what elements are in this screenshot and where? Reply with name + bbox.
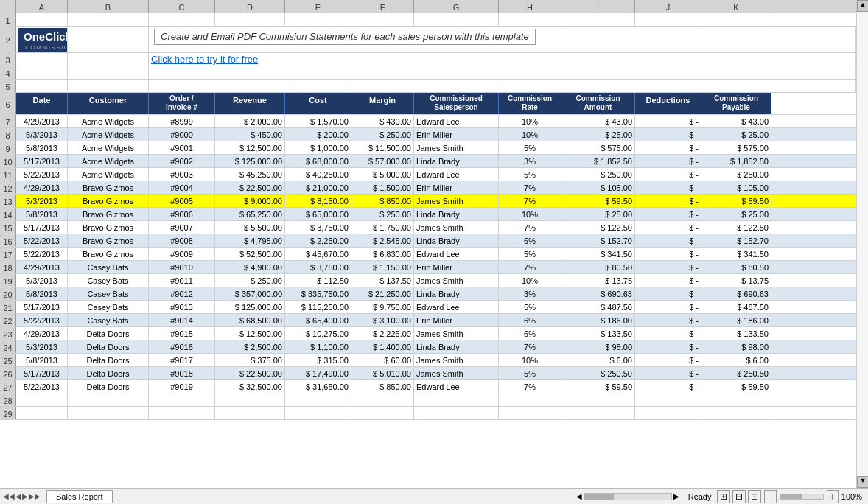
app: A B C D E F G H I J K 1 bbox=[0, 0, 868, 504]
nav-first-arrow[interactable]: ◀◀ bbox=[3, 492, 15, 500]
cell-deductions-25: $ - bbox=[635, 354, 701, 366]
cell-cost-22: $ 65,400.00 bbox=[285, 314, 351, 326]
cell-margin-11: $ 5,000.00 bbox=[351, 168, 414, 181]
cell-date-21: 5/17/2013 bbox=[16, 301, 68, 313]
cell-rev-11: $ 45,250.00 bbox=[215, 168, 285, 181]
normal-view-btn[interactable]: ⊞ bbox=[717, 490, 730, 503]
scroll-left-icon[interactable]: ◀ bbox=[576, 492, 582, 500]
rownum-10: 10 bbox=[0, 155, 16, 167]
col-header-f: F bbox=[351, 0, 414, 13]
cell-commission-14: $ 25.00 bbox=[561, 208, 635, 220]
cell-payable-23: $ 133.50 bbox=[701, 327, 771, 340]
cell-rev-26: $ 22,500.00 bbox=[215, 367, 285, 379]
cell-payable-14: $ 25.00 bbox=[701, 208, 771, 220]
cell-customer-11: Acme Widgets bbox=[68, 168, 149, 181]
cell-deductions-23: $ - bbox=[635, 327, 701, 340]
tab-sales-report[interactable]: Sales Report bbox=[46, 490, 113, 503]
rownum-15: 15 bbox=[0, 221, 16, 234]
zoom-out-btn[interactable]: − bbox=[764, 490, 776, 503]
cell-deductions-10: $ - bbox=[635, 155, 701, 167]
cell-rev-9: $ 12,500.00 bbox=[215, 141, 285, 154]
cell-logo: OneClick► COMMISSIONS bbox=[16, 27, 68, 52]
page-layout-btn[interactable]: ⊟ bbox=[732, 490, 746, 503]
cell-deductions-22: $ - bbox=[635, 314, 701, 326]
cell-deductions-14: $ - bbox=[635, 208, 701, 220]
col-header-e: E bbox=[285, 0, 351, 13]
cell-rev-24: $ 2,500.00 bbox=[215, 340, 285, 353]
cell-cost-12: $ 21,000.00 bbox=[285, 181, 351, 194]
cell-commission-25: $ 6.00 bbox=[561, 354, 635, 366]
cell-payable-19: $ 13.75 bbox=[701, 274, 771, 287]
col-header-revenue: Revenue bbox=[215, 93, 285, 114]
cell-commission-26: $ 250.50 bbox=[561, 367, 635, 379]
cell-date-16: 5/22/2013 bbox=[16, 234, 68, 247]
page-break-btn[interactable]: ⊡ bbox=[748, 490, 761, 503]
cell-invoice-22: #9014 bbox=[149, 314, 215, 326]
cell-customer-19: Casey Bats bbox=[68, 274, 149, 287]
bottom-bar: ◀◀ ◀ ▶ ▶▶ Sales Report ◀ ▶ Ready ⊞ ⊟ ⊡ − bbox=[0, 488, 868, 504]
cell-invoice-26: #9018 bbox=[149, 367, 215, 379]
cell-customer-26: Delta Doors bbox=[68, 367, 149, 379]
cell-b1 bbox=[68, 13, 149, 26]
rownum-23: 23 bbox=[0, 327, 16, 340]
cell-rate-11: 5% bbox=[499, 168, 561, 181]
cell-rate-26: 5% bbox=[499, 367, 561, 379]
vertical-scrollbar[interactable]: ▲ ▼ bbox=[856, 0, 868, 488]
nav-prev-arrow[interactable]: ◀ bbox=[15, 492, 21, 500]
cell-margin-8: $ 250.00 bbox=[351, 128, 414, 141]
cell-cost-9: $ 1,000.00 bbox=[285, 141, 351, 154]
cell-customer-13: Bravo Gizmos bbox=[68, 195, 149, 207]
cell-rev-10: $ 125,000.00 bbox=[215, 155, 285, 167]
rownum-9: 9 bbox=[0, 141, 16, 154]
rownum-4: 4 bbox=[0, 66, 16, 79]
cell-date-11: 5/22/2013 bbox=[16, 168, 68, 181]
try-free-link[interactable]: Click here to try it for free bbox=[151, 54, 258, 65]
col-header-deductions: Deductions bbox=[635, 93, 701, 114]
cell-commission-9: $ 575.00 bbox=[561, 141, 635, 154]
cell-salesperson-8: Erin Miller bbox=[414, 128, 499, 141]
nav-last-arrow[interactable]: ▶▶ bbox=[29, 492, 41, 500]
cell-a1 bbox=[16, 13, 68, 26]
grid-main: A B C D E F G H I J K 1 bbox=[0, 0, 856, 488]
cell-margin-19: $ 137.50 bbox=[351, 274, 414, 287]
rownum-6: 6 bbox=[0, 93, 16, 114]
row-15: 15 5/17/2013 Bravo Gizmos #9007 $ 5,500.… bbox=[0, 221, 856, 234]
cell-payable-17: $ 341.50 bbox=[701, 248, 771, 260]
cell-deductions-27: $ - bbox=[635, 380, 701, 393]
cell-payable-22: $ 186.00 bbox=[701, 314, 771, 326]
cell-payable-9: $ 575.00 bbox=[701, 141, 771, 154]
cell-commission-23: $ 133.50 bbox=[561, 327, 635, 340]
cell-payable-15: $ 122.50 bbox=[701, 221, 771, 234]
cell-salesperson-17: Edward Lee bbox=[414, 248, 499, 260]
cell-link[interactable]: Click here to try it for free bbox=[149, 53, 856, 66]
nav-next-arrow[interactable]: ▶ bbox=[22, 492, 28, 500]
cell-customer-9: Acme Widgets bbox=[68, 141, 149, 154]
scroll-right-icon[interactable]: ▶ bbox=[673, 492, 679, 500]
zoom-in-btn[interactable]: + bbox=[827, 490, 839, 503]
rownum-20: 20 bbox=[0, 287, 16, 300]
cell-invoice-12: #9004 bbox=[149, 181, 215, 194]
cell-margin-23: $ 2,225.00 bbox=[351, 327, 414, 340]
cell-c1 bbox=[149, 13, 215, 26]
cell-invoice-19: #9011 bbox=[149, 274, 215, 287]
cell-margin-27: $ 850.00 bbox=[351, 380, 414, 393]
cell-commission-15: $ 122.50 bbox=[561, 221, 635, 234]
cell-commission-13: $ 59.50 bbox=[561, 195, 635, 207]
cell-cost-27: $ 31,650.00 bbox=[285, 380, 351, 393]
col-header-commission: CommissionAmount bbox=[561, 93, 635, 114]
nav-arrows[interactable]: ◀◀ ◀ ▶ ▶▶ bbox=[0, 492, 43, 500]
rownum-25: 25 bbox=[0, 354, 16, 366]
col-header-d: D bbox=[215, 0, 285, 13]
cell-customer-12: Bravo Gizmos bbox=[68, 181, 149, 194]
cell-cost-15: $ 3,750.00 bbox=[285, 221, 351, 234]
title-text: Create and Email PDF Commision Statement… bbox=[161, 31, 529, 42]
row-26: 26 5/17/2013 Delta Doors #9018 $ 22,500.… bbox=[0, 367, 856, 380]
col-header-rownum bbox=[0, 0, 16, 13]
col-header-i: I bbox=[561, 0, 635, 13]
cell-customer-18: Casey Bats bbox=[68, 261, 149, 273]
cell-rev-7: $ 2,000.00 bbox=[215, 115, 285, 127]
cell-invoice-10: #9002 bbox=[149, 155, 215, 167]
cell-commission-17: $ 341.50 bbox=[561, 248, 635, 260]
cell-rate-22: 6% bbox=[499, 314, 561, 326]
cell-margin-16: $ 2,545.00 bbox=[351, 234, 414, 247]
